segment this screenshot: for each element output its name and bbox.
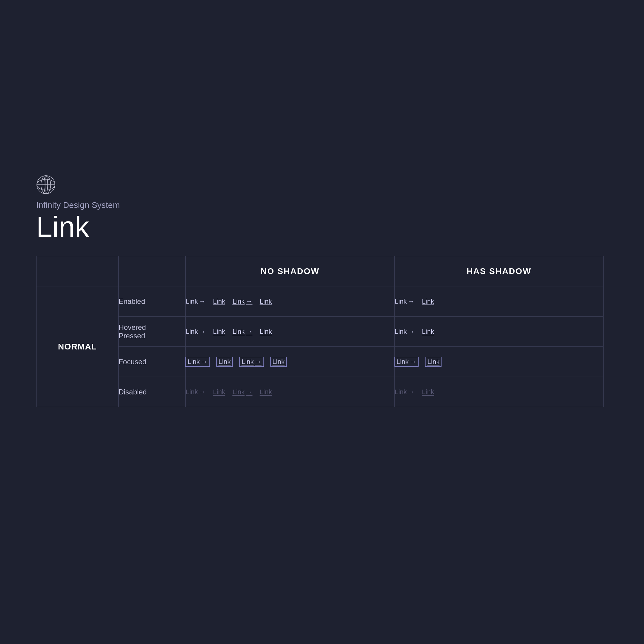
link-focused-plain-shadow[interactable]: Link xyxy=(426,357,441,366)
hasshadow-focused-cell: Link → Link xyxy=(394,347,603,377)
state-label-focused: Focused xyxy=(118,347,186,377)
state-label-disabled: Disabled xyxy=(118,377,186,407)
component-title: Link xyxy=(36,212,610,241)
header-state-col xyxy=(118,256,186,286)
noshadow-enabled-cell: Link → Link Link → Link xyxy=(186,286,394,317)
link-disabled-ul-noshadow: Link xyxy=(260,388,272,396)
state-label-enabled: Enabled xyxy=(118,286,186,317)
noshadow-hovered-cell: Link → Link Link → Link xyxy=(186,317,394,347)
hasshadow-enabled-cell: Link → Link xyxy=(394,286,603,317)
link-enabled-ul-icon-noshadow[interactable]: Link → xyxy=(232,298,252,305)
link-enabled-plain-noshadow[interactable]: Link xyxy=(213,298,225,305)
table-row: Disabled Link → Link Link → Link Link → … xyxy=(37,377,604,407)
header-section: Infinity Design System Link xyxy=(36,175,610,241)
noshadow-disabled-cell: Link → Link Link → Link xyxy=(186,377,394,407)
group-label-normal: NORMAL xyxy=(37,286,119,407)
hasshadow-label: HAS SHADOW xyxy=(467,266,531,276)
header-hasshadow: HAS SHADOW xyxy=(394,256,603,286)
globe-icon xyxy=(36,175,56,194)
link-enabled-icon-noshadow[interactable]: Link → xyxy=(186,298,206,305)
link-enabled-plain-shadow[interactable]: Link xyxy=(422,298,434,305)
link-focused-icon-noshadow[interactable]: Link → xyxy=(186,357,209,366)
brand-label: Infinity Design System xyxy=(36,200,610,210)
link-enabled-ul-noshadow[interactable]: Link xyxy=(260,298,272,305)
link-disabled-icon-noshadow: Link → xyxy=(186,388,206,396)
link-disabled-plain-shadow: Link xyxy=(422,388,434,396)
noshadow-focused-cell: Link → Link Link → Link xyxy=(186,347,394,377)
page-container: Infinity Design System Link NO SHADOW HA… xyxy=(36,175,610,407)
link-focused-icon-shadow[interactable]: Link → xyxy=(395,357,418,366)
link-disabled-ul-icon-noshadow: Link → xyxy=(232,388,252,396)
link-hovered-icon-shadow[interactable]: Link → xyxy=(395,328,415,336)
header-empty-col xyxy=(37,256,119,286)
table-row: NORMAL Enabled Link → Link Link → Link L… xyxy=(37,286,604,317)
link-enabled-icon-shadow[interactable]: Link → xyxy=(395,298,415,305)
header-noshadow: NO SHADOW xyxy=(186,256,394,286)
link-hovered-icon-noshadow[interactable]: Link → xyxy=(186,328,206,336)
hasshadow-hovered-cell: Link → Link xyxy=(394,317,603,347)
link-focused-ul-icon-noshadow[interactable]: Link → xyxy=(240,357,263,366)
table-row: HoveredPressed Link → Link Link → Link L… xyxy=(37,317,604,347)
link-disabled-icon-shadow: Link → xyxy=(395,388,415,396)
link-hovered-plain-noshadow[interactable]: Link xyxy=(213,328,225,336)
hasshadow-disabled-cell: Link → Link xyxy=(394,377,603,407)
link-hovered-plain-shadow[interactable]: Link xyxy=(422,328,434,336)
link-disabled-plain-noshadow: Link xyxy=(213,388,225,396)
component-table: NO SHADOW HAS SHADOW NORMAL Enabled Link… xyxy=(36,256,604,407)
state-label-hovered: HoveredPressed xyxy=(118,317,186,347)
link-hovered-ul-noshadow[interactable]: Link xyxy=(260,328,272,336)
table-row: Focused Link → Link Link → Link Link → L… xyxy=(37,347,604,377)
link-hovered-ul-icon-noshadow[interactable]: Link → xyxy=(232,328,252,336)
noshadow-label: NO SHADOW xyxy=(260,266,319,276)
link-focused-ul-noshadow[interactable]: Link xyxy=(271,357,286,366)
link-focused-plain-noshadow[interactable]: Link xyxy=(217,357,232,366)
table-header-row: NO SHADOW HAS SHADOW xyxy=(37,256,604,286)
